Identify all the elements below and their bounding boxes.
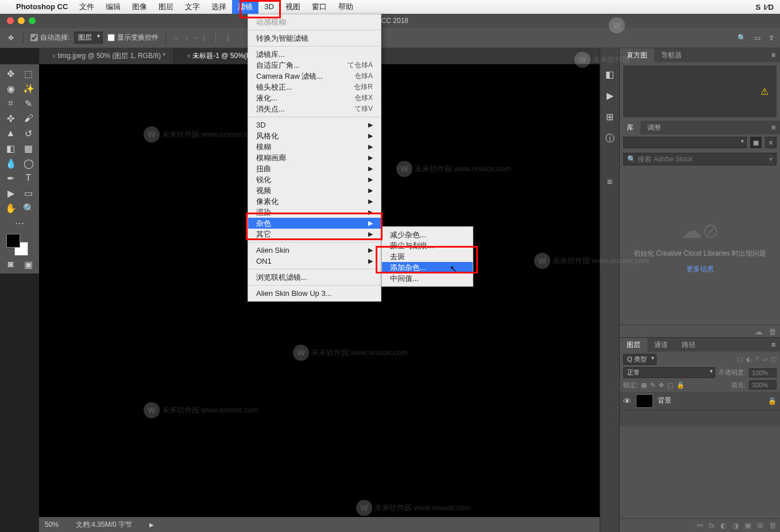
menu-adaptive-wide[interactable]: 自适应广角...て仓㶴A: [248, 60, 381, 71]
dock-icon[interactable]: ◧: [605, 69, 614, 80]
menu-despeckle[interactable]: 去斑: [382, 251, 473, 262]
dodge-tool[interactable]: ◯: [20, 156, 37, 171]
menu-file[interactable]: 文件: [74, 0, 100, 14]
menu-stylize[interactable]: 风格化▶: [248, 130, 381, 141]
shape-tool[interactable]: ▭: [20, 186, 37, 201]
menu-select[interactable]: 选择: [206, 0, 232, 14]
new-layer-icon[interactable]: ⊞: [757, 521, 763, 530]
type-tool[interactable]: T: [20, 171, 37, 186]
app-name[interactable]: Photoshop CC: [10, 0, 74, 14]
menu-vanishing-point[interactable]: 消失点...て㶴V: [248, 103, 381, 114]
menu-convert-smart[interactable]: 转换为智能滤镜: [248, 33, 381, 44]
lock-all-icon[interactable]: 🔒: [677, 381, 685, 389]
more-info-link[interactable]: 更多信息: [686, 264, 714, 274]
fill-field[interactable]: 100%: [749, 380, 777, 390]
align-vcenter-icon[interactable]: ⫞: [184, 34, 188, 42]
menu-browse-online[interactable]: 浏览联机滤镜...: [248, 272, 381, 283]
screenmode-icon[interactable]: ▣: [20, 257, 37, 272]
filter-image-icon[interactable]: ▢: [737, 356, 743, 363]
menu-edit[interactable]: 编辑: [100, 0, 126, 14]
library-search[interactable]: 🔍 搜索 Adobe Stock ▾: [623, 153, 777, 165]
menu-filter-gallery[interactable]: 滤镜库...: [248, 49, 381, 60]
filter-smart-icon[interactable]: ◫: [771, 356, 777, 363]
menu-blur[interactable]: 模糊▶: [248, 141, 381, 152]
tab-histogram[interactable]: 直方图: [620, 48, 654, 62]
link-layers-icon[interactable]: ⚯: [697, 521, 703, 530]
menu-filter[interactable]: 滤镜: [232, 0, 258, 14]
tab-paths[interactable]: 路径: [675, 338, 702, 352]
dock-icon[interactable]: ⓘ: [605, 133, 615, 145]
menu-last-filter[interactable]: 动感模糊: [248, 17, 381, 28]
menu-3d[interactable]: 3D▶: [248, 119, 381, 130]
menu-window[interactable]: 窗口: [306, 0, 333, 14]
menu-other[interactable]: 其它▶: [248, 229, 381, 240]
menu-help[interactable]: 帮助: [333, 0, 359, 14]
adjustment-icon[interactable]: ◑: [732, 521, 739, 530]
pen-tool[interactable]: ✒: [2, 171, 20, 186]
menu-add-noise[interactable]: 添加杂色...: [382, 262, 473, 273]
workspace-icon[interactable]: ▭: [754, 34, 760, 42]
menu-pixelate[interactable]: 像素化▶: [248, 196, 381, 207]
edit-toolbar[interactable]: ⋯: [2, 215, 37, 230]
filter-adjust-icon[interactable]: ◐: [746, 356, 752, 363]
zoom-tool[interactable]: 🔍: [20, 201, 37, 215]
group-icon[interactable]: ▣: [744, 521, 751, 530]
tab-layers[interactable]: 图层: [620, 338, 647, 352]
menu-liquify[interactable]: 液化...仓㶴X: [248, 92, 381, 103]
menu-view[interactable]: 视图: [280, 0, 306, 14]
panel-menu-icon[interactable]: ≡: [767, 48, 780, 62]
share-icon[interactable]: ⇪: [769, 34, 774, 42]
dock-icon[interactable]: ≡: [607, 177, 612, 187]
lasso-tool[interactable]: ◉: [2, 81, 20, 96]
tab-library[interactable]: 库: [620, 121, 640, 134]
menu-type[interactable]: 文字: [179, 0, 206, 14]
menu-render[interactable]: 渲染▶: [248, 207, 381, 218]
menu-3d[interactable]: 3D: [258, 0, 280, 14]
menu-distort[interactable]: 扭曲▶: [248, 163, 381, 174]
auto-select-checkbox[interactable]: 自动选择:: [30, 33, 69, 43]
opacity-field[interactable]: 100%: [749, 368, 777, 377]
gradient-tool[interactable]: ▦: [20, 141, 37, 156]
cloud-icon[interactable]: ☁: [755, 327, 763, 336]
dock-icon[interactable]: ⊞: [606, 111, 613, 122]
filter-kind[interactable]: Q 类型: [623, 354, 657, 365]
menu-video[interactable]: 视频▶: [248, 185, 381, 196]
menu-blow-up[interactable]: Alien Skin Blow Up 3...: [248, 288, 381, 299]
menu-image[interactable]: 图像: [126, 0, 153, 14]
move-tool[interactable]: ✥: [2, 66, 20, 81]
dock-icon[interactable]: ▶: [607, 90, 613, 101]
color-swatches[interactable]: [2, 230, 37, 257]
stamp-tool[interactable]: ▲: [2, 126, 20, 141]
lock-pos-icon[interactable]: ✥: [659, 381, 664, 389]
library-select[interactable]: [623, 137, 747, 148]
menu-on1[interactable]: ON1▶: [248, 256, 381, 267]
show-transform-checkbox[interactable]: 显示变换控件: [107, 33, 159, 43]
history-brush-tool[interactable]: ↺: [20, 126, 37, 141]
tab-navigator[interactable]: 导航器: [654, 48, 689, 62]
healing-tool[interactable]: ✜: [2, 111, 20, 126]
lock-paint-icon[interactable]: ✎: [650, 381, 655, 389]
layer-name[interactable]: 背景: [658, 396, 671, 406]
delete-icon[interactable]: 🗑: [769, 521, 777, 530]
mask-icon[interactable]: ◐: [720, 521, 727, 530]
status-flyout-icon[interactable]: ▶: [149, 522, 154, 528]
menu-layer[interactable]: 图层: [153, 0, 179, 14]
close-icon[interactable]: ×: [52, 52, 56, 60]
menu-dust-scratches[interactable]: 蒙尘与划痕...: [382, 240, 473, 251]
layer-thumbnail[interactable]: [636, 394, 653, 408]
panel-menu-icon[interactable]: ≡: [767, 121, 780, 134]
align-bottom-icon[interactable]: ⫟: [192, 34, 199, 42]
lock-icon[interactable]: 🔒: [768, 397, 777, 405]
eraser-tool[interactable]: ◧: [2, 141, 20, 156]
auto-select-target[interactable]: 图层: [74, 32, 103, 44]
filter-type-icon[interactable]: T: [755, 356, 759, 363]
tab-adjustments[interactable]: 调整: [640, 121, 668, 134]
menu-blur-gallery[interactable]: 模糊画廊▶: [248, 152, 381, 163]
crop-tool[interactable]: ⌗: [2, 96, 20, 111]
menu-camera-raw[interactable]: Camera Raw 滤镜...仓㶴A: [248, 71, 381, 82]
warning-icon[interactable]: ⚠: [760, 86, 769, 97]
trash-icon[interactable]: 🗑: [769, 327, 777, 336]
brush-tool[interactable]: 🖌: [20, 111, 37, 126]
path-select-tool[interactable]: ▶: [2, 186, 20, 201]
filter-shape-icon[interactable]: ▱: [763, 356, 767, 363]
